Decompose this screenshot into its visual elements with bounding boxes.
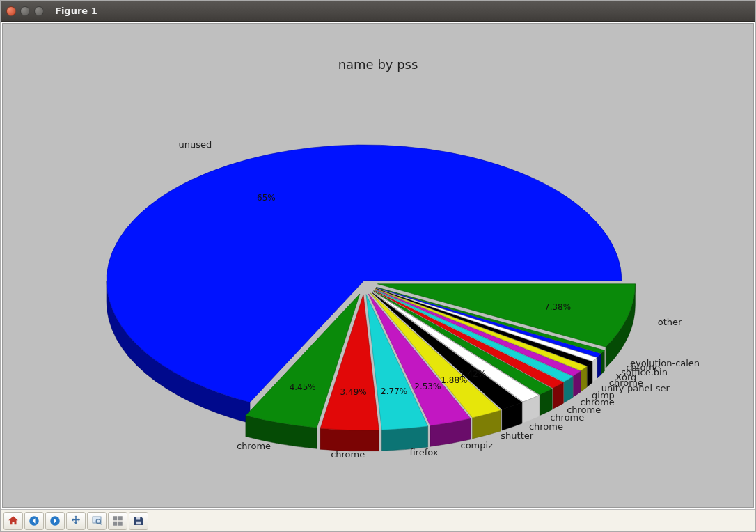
back-button[interactable] — [24, 512, 44, 530]
pie-slice-percent: 7.38% — [544, 302, 571, 312]
matplotlib-toolbar — [1, 509, 755, 531]
pie-slice-label: other — [658, 316, 682, 327]
svg-rect-10 — [136, 521, 141, 524]
pie-slice-percent: 1.42% — [459, 369, 486, 379]
pie-slice-label: firefox — [409, 447, 438, 457]
svg-rect-9 — [136, 517, 140, 519]
configure-icon — [111, 515, 124, 527]
forward-button[interactable] — [45, 512, 65, 530]
home-icon — [7, 515, 19, 527]
pie-slice-percent: 2.77% — [381, 386, 407, 396]
app-window: Figure 1 name by pss unused65%chrome4.45… — [0, 0, 756, 532]
pie-slice-side — [592, 357, 597, 382]
arrow-right-icon — [49, 515, 61, 527]
titlebar[interactable]: Figure 1 — [1, 1, 755, 22]
pie-slice-side — [597, 354, 601, 378]
pie-slice-side — [601, 350, 605, 374]
pie-slice-percent: 2.53% — [414, 382, 441, 391]
save-button[interactable] — [129, 512, 148, 530]
close-icon[interactable] — [6, 6, 16, 16]
pan-button[interactable] — [66, 512, 86, 530]
pie-slice-percent: 4.45% — [290, 382, 316, 391]
maximize-icon[interactable] — [34, 6, 44, 16]
pie-chart: unused65%chrome4.45%chrome3.49%firefox2.… — [44, 72, 712, 508]
svg-rect-8 — [118, 521, 123, 525]
figure-canvas[interactable]: name by pss unused65%chrome4.45%chrome3.… — [2, 23, 754, 508]
svg-rect-7 — [113, 521, 117, 525]
svg-rect-5 — [113, 516, 117, 520]
pie-slice-percent: 65% — [257, 192, 276, 202]
save-icon — [132, 515, 145, 527]
pie-slice-side — [587, 361, 592, 386]
pie-slice-percent: 3.49% — [340, 387, 367, 397]
pie-slice-label: compiz — [461, 440, 494, 451]
zoom-button[interactable] — [87, 512, 107, 530]
window-title: Figure 1 — [55, 6, 97, 16]
pie-slice-label: chrome — [331, 448, 365, 459]
home-button[interactable] — [3, 512, 23, 530]
arrow-left-icon — [28, 515, 40, 527]
svg-rect-6 — [118, 516, 123, 520]
pie-slice-label: evolution-calen — [630, 358, 700, 368]
pie-slice-label: shutter — [501, 430, 533, 441]
move-icon — [70, 515, 82, 527]
pie-slice-label: unused — [179, 139, 212, 149]
pie-slice-side — [320, 428, 379, 451]
subplots-button[interactable] — [108, 512, 127, 530]
minimize-icon[interactable] — [20, 6, 30, 16]
chart-title: name by pss — [338, 57, 418, 72]
svg-line-4 — [100, 523, 102, 524]
pie-slice-label: chrome — [237, 441, 271, 451]
zoom-icon — [90, 515, 103, 527]
